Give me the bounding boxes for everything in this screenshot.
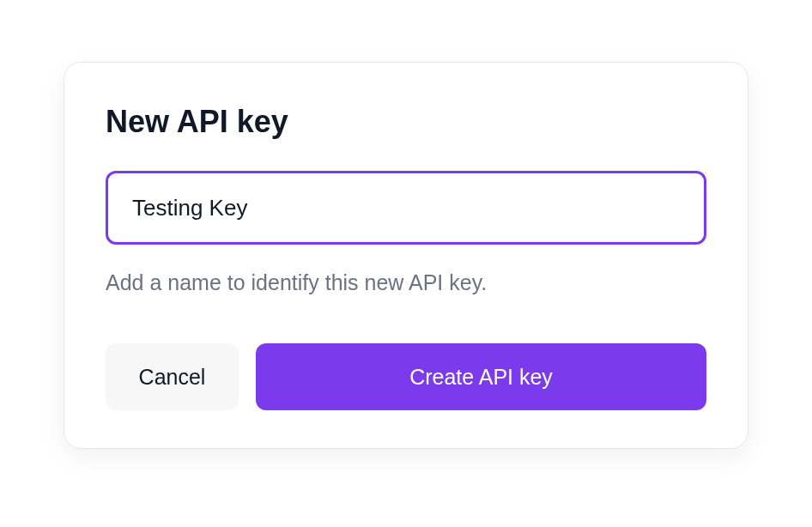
api-key-name-input[interactable] — [106, 171, 706, 245]
new-api-key-modal: New API key Add a name to identify this … — [64, 62, 748, 449]
helper-text: Add a name to identify this new API key. — [106, 270, 706, 295]
button-row: Cancel Create API key — [106, 343, 706, 410]
create-api-key-button[interactable]: Create API key — [256, 343, 706, 410]
cancel-button[interactable]: Cancel — [106, 343, 239, 410]
modal-title: New API key — [106, 104, 706, 140]
